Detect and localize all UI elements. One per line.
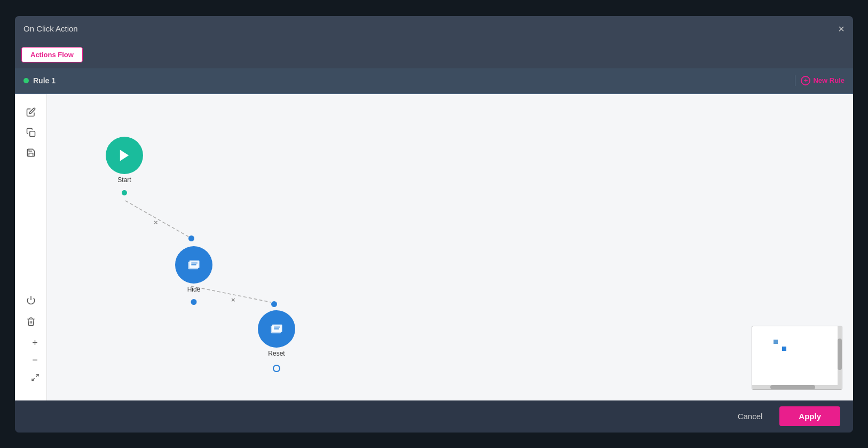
edit-button[interactable] <box>21 103 41 122</box>
hide-node[interactable]: Hide <box>175 246 212 293</box>
bottom-bar: Cancel Apply <box>15 400 853 433</box>
vertical-divider <box>795 75 795 86</box>
apply-button[interactable]: Apply <box>779 406 840 426</box>
svg-rect-10 <box>190 260 200 268</box>
dialog: On Click Action × Actions Flow Rule 1 + … <box>15 16 853 433</box>
hide-output-connector[interactable] <box>191 299 197 305</box>
svg-rect-0 <box>29 131 35 136</box>
minimap-scrollbar-v[interactable] <box>838 326 842 389</box>
copy-button[interactable] <box>21 123 41 142</box>
canvas-area: + − × × <box>15 94 853 400</box>
start-output-connector[interactable] <box>122 190 127 195</box>
hide-node-circle <box>175 246 212 284</box>
minimap-node1 <box>774 340 778 344</box>
svg-marker-8 <box>120 150 129 161</box>
svg-rect-14 <box>272 324 282 332</box>
svg-text:×: × <box>154 218 158 226</box>
svg-line-3 <box>32 378 35 381</box>
toolbar-top-group <box>21 103 41 162</box>
start-node-label: Start <box>117 176 131 184</box>
new-rule-button[interactable]: + New Rule <box>801 76 845 85</box>
start-node-circle <box>106 137 143 174</box>
power-button[interactable] <box>21 290 41 310</box>
reset-node-label: Reset <box>268 350 285 357</box>
rule-bar: Rule 1 + New Rule <box>15 68 853 94</box>
start-node[interactable]: Start <box>106 137 143 184</box>
zoom-out-button[interactable]: − <box>27 352 43 368</box>
minimap-scrollbar-h[interactable] <box>752 385 842 389</box>
rule-status-dot <box>23 78 29 83</box>
zoom-controls: + − <box>27 335 43 386</box>
reset-node[interactable]: Reset <box>258 310 295 357</box>
left-toolbar: + − <box>15 94 47 400</box>
close-button[interactable]: × <box>838 23 845 34</box>
delete-button[interactable] <box>21 312 41 331</box>
flow-canvas: × × Start <box>47 94 853 400</box>
zoom-in-button[interactable]: + <box>27 335 43 351</box>
hide-node-label: Hide <box>187 286 201 293</box>
minimap <box>752 326 842 390</box>
save-button[interactable] <box>21 143 41 162</box>
plus-circle-icon: + <box>801 76 810 85</box>
minimap-canvas <box>752 326 842 389</box>
modal-overlay: On Click Action × Actions Flow Rule 1 + … <box>0 0 868 448</box>
rule-bar-right: + New Rule <box>795 75 845 86</box>
minimap-thumb-h[interactable] <box>770 385 815 389</box>
hide-input-connector-top[interactable] <box>188 235 194 241</box>
tab-bar: Actions Flow <box>15 42 853 68</box>
title-bar: On Click Action × <box>15 16 853 42</box>
svg-text:×: × <box>231 296 235 304</box>
reset-output-connector[interactable] <box>273 365 280 372</box>
reset-input-connector-top[interactable] <box>271 301 277 307</box>
zoom-fit-button[interactable] <box>27 370 43 386</box>
reset-node-circle <box>258 310 295 348</box>
actions-flow-tab[interactable]: Actions Flow <box>21 47 83 62</box>
toolbar-bottom-group <box>21 290 41 335</box>
new-rule-label: New Rule <box>813 76 845 84</box>
cancel-button[interactable]: Cancel <box>727 407 774 425</box>
minimap-thumb-v[interactable] <box>838 339 842 370</box>
svg-line-4 <box>125 201 191 238</box>
svg-line-2 <box>36 374 38 377</box>
dialog-title: On Click Action <box>23 24 78 33</box>
rule-label-text: Rule 1 <box>33 76 56 85</box>
minimap-node2 <box>782 347 786 351</box>
rule-label-container: Rule 1 <box>23 76 56 85</box>
flow-connections-svg: × × <box>47 94 853 400</box>
